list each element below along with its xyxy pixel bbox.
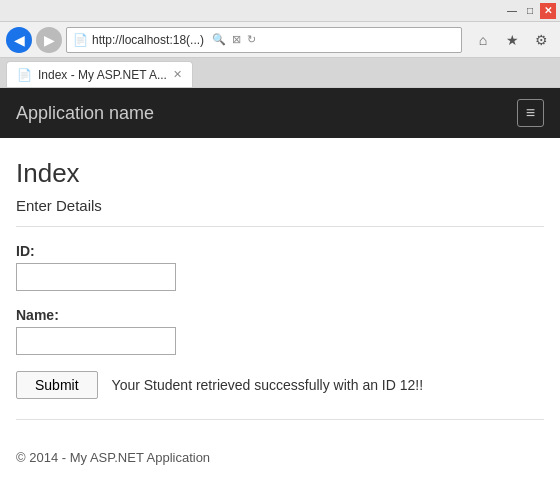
- page-title: Index: [16, 158, 544, 189]
- hamburger-button[interactable]: ≡: [517, 99, 544, 127]
- id-label: ID:: [16, 243, 544, 259]
- favorites-button[interactable]: ★: [499, 27, 525, 53]
- app-brand: Application name: [16, 103, 154, 124]
- tab-bar: 📄 Index - My ASP.NET A... ✕: [0, 58, 560, 88]
- tab-title: Index - My ASP.NET A...: [38, 68, 167, 82]
- tab-favicon: 📄: [17, 68, 32, 82]
- page-content: Index Enter Details ID: Name: Submit You…: [0, 138, 560, 450]
- active-tab[interactable]: 📄 Index - My ASP.NET A... ✕: [6, 61, 193, 87]
- footer: © 2014 - My ASP.NET Application: [0, 450, 560, 465]
- name-field-group: Name:: [16, 307, 544, 355]
- maximize-button[interactable]: □: [522, 3, 538, 19]
- page-icon: 📄: [73, 33, 88, 47]
- browser-toolbar-right: ⌂ ★ ⚙: [470, 27, 554, 53]
- tab-close-button[interactable]: ✕: [173, 68, 182, 81]
- lock-icon: ⊠: [232, 33, 241, 46]
- forward-button[interactable]: ▶: [36, 27, 62, 53]
- success-message: Your Student retrieved successfully with…: [112, 377, 424, 393]
- id-field-group: ID:: [16, 243, 544, 291]
- browser-titlebar: — □ ✕: [0, 0, 560, 22]
- address-bar[interactable]: 📄 http://localhost:18(...) 🔍 ⊠ ↻: [66, 27, 462, 53]
- settings-button[interactable]: ⚙: [528, 27, 554, 53]
- minimize-button[interactable]: —: [504, 3, 520, 19]
- close-button[interactable]: ✕: [540, 3, 556, 19]
- name-label: Name:: [16, 307, 544, 323]
- app-navbar: Application name ≡: [0, 88, 560, 138]
- back-button[interactable]: ◀: [6, 27, 32, 53]
- form-actions: Submit Your Student retrieved successful…: [16, 371, 544, 399]
- submit-button[interactable]: Submit: [16, 371, 98, 399]
- page-subtitle: Enter Details: [16, 197, 544, 214]
- browser-toolbar: ◀ ▶ 📄 http://localhost:18(...) 🔍 ⊠ ↻ ⌂ ★…: [0, 22, 560, 58]
- footer-divider: [16, 419, 544, 420]
- top-divider: [16, 226, 544, 227]
- name-input[interactable]: [16, 327, 176, 355]
- search-icon: 🔍: [212, 33, 226, 46]
- home-button[interactable]: ⌂: [470, 27, 496, 53]
- refresh-icon: ↻: [247, 33, 256, 46]
- id-input[interactable]: [16, 263, 176, 291]
- address-text: http://localhost:18(...): [92, 33, 204, 47]
